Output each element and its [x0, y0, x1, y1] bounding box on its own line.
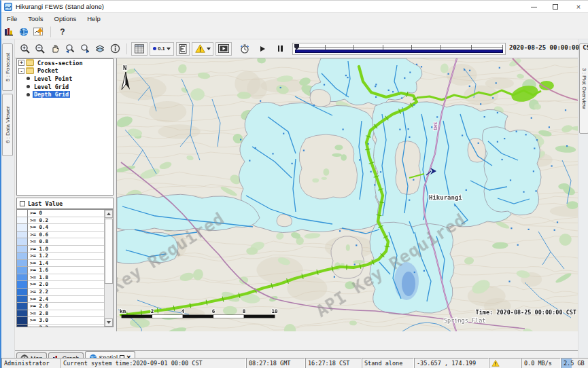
- legend-swatch: [17, 325, 28, 327]
- legend-row[interactable]: >= 2.0: [17, 281, 104, 289]
- map-view[interactable]: API Key Required API Key Required Hikura…: [116, 58, 578, 331]
- tree-item[interactable]: -Pocket: [17, 67, 113, 75]
- warning-dropdown[interactable]: [192, 42, 213, 56]
- status-gmt-time: 08:27:18 GMT: [246, 358, 305, 368]
- legend-row[interactable]: >= 3.0: [17, 317, 104, 325]
- legend-label: >= 1.4: [28, 260, 104, 268]
- tree-item[interactable]: Depth Grid: [17, 90, 113, 98]
- timeseries-display-icon[interactable]: [31, 25, 46, 39]
- main-area: +Cross-section-PocketLevel PointLevel Gr…: [15, 58, 578, 331]
- scale-bar-button[interactable]: [176, 42, 190, 56]
- tree-item-label[interactable]: Pocket: [36, 67, 60, 74]
- dot-icon: [153, 47, 156, 50]
- menu-options[interactable]: Options: [49, 15, 82, 22]
- legend-swatch: [17, 310, 28, 318]
- scrollbar-thumb[interactable]: [105, 219, 113, 284]
- tab-forecast[interactable]: 5 : Forecast: [2, 43, 13, 91]
- time-slider[interactable]: [292, 43, 506, 55]
- legend-row[interactable]: >= 0: [17, 210, 104, 217]
- legend-row[interactable]: >= 0.4: [17, 224, 104, 232]
- node-bullet-icon: [27, 85, 30, 88]
- time-slider-track: [296, 47, 502, 48]
- last-value-checkbox[interactable]: [20, 201, 25, 206]
- legend-swatch: [17, 217, 28, 225]
- zoom-previous-icon[interactable]: [63, 42, 77, 56]
- legend-row[interactable]: >= 0.8: [17, 238, 104, 246]
- title-bar: Hikurangi FEWS (Stand alone) ×: [1, 1, 588, 13]
- tree-item-label[interactable]: Cross-section: [36, 60, 84, 67]
- legend-row[interactable]: >= 0.2: [17, 217, 104, 225]
- legend-swatch: [17, 289, 28, 296]
- legend-swatch: [17, 267, 28, 274]
- zoom-out-icon[interactable]: [33, 42, 48, 56]
- info-icon[interactable]: [107, 42, 122, 56]
- help-button[interactable]: ?: [55, 25, 70, 39]
- expand-icon[interactable]: +: [18, 60, 24, 66]
- zoom-in-icon[interactable]: [18, 42, 33, 56]
- layers-icon[interactable]: [92, 42, 107, 56]
- pan-icon[interactable]: [48, 42, 63, 56]
- pause-button[interactable]: [273, 42, 288, 56]
- window-title: Hikurangi FEWS (Stand alone): [16, 3, 104, 10]
- menu-tools[interactable]: Tools: [22, 15, 48, 22]
- tree-item[interactable]: +Cross-section: [17, 59, 113, 67]
- scroll-up-icon[interactable]: [105, 210, 113, 218]
- place-label-springs-flat: Springs Flat: [444, 317, 485, 324]
- warning-icon[interactable]: [491, 360, 500, 367]
- play-button[interactable]: [255, 42, 270, 56]
- status-memory: 2.5 GB: [561, 358, 588, 368]
- legend-row[interactable]: >= 3.2: [17, 325, 104, 327]
- folder-icon: [26, 68, 34, 74]
- legend-row[interactable]: >= 1.4: [17, 260, 104, 268]
- tree-item-label[interactable]: Depth Grid: [33, 91, 70, 98]
- north-label: N: [123, 65, 126, 71]
- minimize-button[interactable]: [525, 1, 542, 13]
- menu-help[interactable]: Help: [82, 15, 106, 22]
- legend-swatch: [17, 317, 28, 325]
- svg-text:2: 2: [151, 308, 154, 314]
- scale-unit-label: km: [120, 308, 126, 314]
- legend-row[interactable]: >= 2.8: [17, 310, 104, 318]
- status-mode: Stand alone: [362, 358, 414, 368]
- toolbar-separator: [50, 26, 51, 37]
- legend-row[interactable]: >= 1.8: [17, 274, 104, 282]
- globe-icon[interactable]: [16, 25, 31, 39]
- status-local-time: 16:27:18 CST: [305, 358, 362, 368]
- legend-row[interactable]: >= 2.2: [17, 289, 104, 296]
- legend-swatch: [17, 238, 28, 246]
- legend-swatch: [17, 281, 28, 289]
- timer-icon[interactable]: [237, 42, 252, 56]
- node-bullet-icon: [27, 77, 30, 80]
- grid-display-button[interactable]: [131, 42, 148, 56]
- svg-text:8: 8: [243, 308, 246, 314]
- legend-row[interactable]: >= 2.6: [17, 303, 104, 310]
- tab-plot-overview[interactable]: 3 : Plot Overview: [579, 43, 588, 134]
- animation-button[interactable]: [215, 42, 232, 56]
- legend-label: >= 1.8: [28, 274, 104, 282]
- precision-dropdown[interactable]: 0.1: [150, 42, 174, 56]
- tree-item-label[interactable]: Level Point: [33, 75, 73, 82]
- database-icon[interactable]: [1, 25, 16, 39]
- legend-row[interactable]: >= 0.6: [17, 232, 104, 239]
- legend-row[interactable]: >= 2.4: [17, 296, 104, 303]
- maximize-button[interactable]: [547, 1, 564, 13]
- tree-item[interactable]: Level Grid: [17, 83, 113, 91]
- map-canvas[interactable]: API Key Required API Key Required Hikura…: [117, 58, 578, 331]
- app-icon: [4, 3, 12, 11]
- legend-label: >= 2.2: [28, 289, 104, 296]
- zoom-next-icon[interactable]: [77, 42, 92, 56]
- status-warning-cell: [489, 358, 521, 368]
- menu-file[interactable]: File: [1, 15, 22, 22]
- tab-data-viewer[interactable]: 6 : Data Viewer: [2, 94, 13, 156]
- collapse-icon[interactable]: -: [18, 68, 24, 74]
- tree-item[interactable]: Level Point: [17, 75, 113, 83]
- legend-row[interactable]: >= 1.6: [17, 267, 104, 274]
- legend-scrollbar[interactable]: [104, 210, 113, 327]
- legend-label: >= 0.2: [28, 217, 104, 225]
- legend-row[interactable]: >= 1.2: [17, 253, 104, 260]
- close-button[interactable]: ×: [570, 1, 587, 13]
- scroll-down-icon[interactable]: [105, 318, 113, 327]
- legend-row[interactable]: >= 1.0: [17, 246, 104, 253]
- tree-item-label[interactable]: Level Grid: [33, 84, 70, 90]
- legend-swatch: [17, 246, 28, 253]
